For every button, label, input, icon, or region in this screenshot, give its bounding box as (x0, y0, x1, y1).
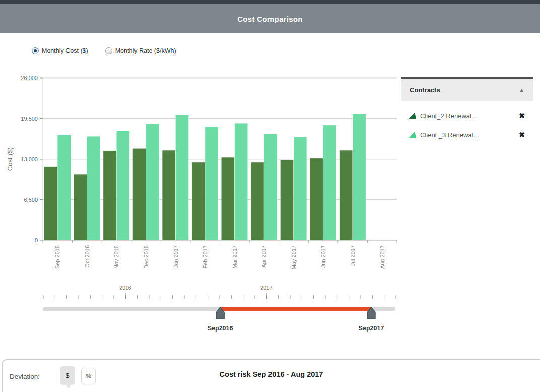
bar (162, 150, 175, 240)
bar (205, 127, 218, 240)
window-top-strip (0, 0, 540, 4)
bar (87, 136, 100, 240)
cost-bar-chart: 06,50013,00019,50026,000Sep 2016Oct 2016… (0, 70, 403, 284)
bar (251, 162, 264, 240)
bar (57, 135, 71, 240)
contract-list-item: Client _3 Renewal... ✖ (401, 131, 533, 139)
bar (310, 158, 323, 240)
bar (133, 149, 146, 240)
x-axis-label: Jun 2017 (320, 245, 326, 268)
bar (44, 167, 57, 240)
cost-risk-title: Cost risk Sep 2016 - Aug 2017 (3, 370, 540, 378)
unit-toggle-group: Monthly Cost ($) Monthly Rate ($/kWh) (32, 47, 176, 54)
y-axis-tick-label: 6,500 (24, 197, 38, 203)
bar (235, 123, 248, 240)
ruler-year-label: 2016 (119, 285, 131, 291)
slider-end-label: Sep2017 (359, 325, 384, 332)
bar (146, 124, 159, 240)
collapse-arrow-icon[interactable]: ▲ (518, 86, 525, 94)
y-axis-tick-label: 0 (35, 237, 38, 243)
bar (74, 174, 87, 240)
page-title: Cost Comparison (237, 15, 303, 23)
remove-contract-icon[interactable]: ✖ (519, 131, 525, 139)
y-axis-tick-label: 13,000 (21, 156, 38, 162)
radio-monthly-rate-label: Monthly Rate ($/kWh) (115, 47, 176, 54)
selected-unit-pointer (65, 384, 72, 388)
radio-monthly-rate[interactable]: Monthly Rate ($/kWh) (105, 47, 176, 54)
x-axis-label: Dec 2016 (143, 245, 149, 269)
bar (323, 125, 336, 240)
x-axis-label: Nov 2016 (113, 245, 119, 269)
bar (222, 157, 235, 240)
series-color-triangle-icon (409, 113, 416, 119)
x-axis-label: Jan 2017 (173, 245, 179, 268)
x-axis-label: Oct 2016 (84, 245, 90, 268)
bar (103, 151, 116, 240)
bar (281, 160, 294, 240)
y-axis-tick-label: 19,500 (21, 116, 38, 122)
radio-monthly-cost[interactable]: Monthly Cost ($) (32, 47, 88, 54)
contracts-title: Contracts (410, 86, 440, 94)
contracts-panel-header[interactable]: Contracts ▲ (401, 77, 533, 101)
bar (340, 150, 353, 240)
radio-button-icon[interactable] (32, 47, 39, 54)
contract-label: Client _3 Renewal... (420, 131, 515, 139)
slider-start-label: Sep2016 (208, 325, 233, 332)
x-axis-label: Jul 2017 (350, 245, 356, 266)
x-axis-label: Apr 2017 (261, 245, 267, 268)
x-axis-label: May 2017 (291, 245, 297, 269)
radio-monthly-cost-label: Monthly Cost ($) (42, 47, 88, 54)
series-color-triangle-icon (409, 132, 416, 138)
titlebar: Cost Comparison (0, 4, 540, 33)
cost-comparison-window: Cost Comparison Monthly Cost ($) Monthly… (0, 0, 540, 392)
remove-contract-icon[interactable]: ✖ (519, 112, 525, 120)
contracts-panel: Contracts ▲ Client_2 Renewal... ✖ Client… (401, 77, 533, 139)
x-axis-label: Sep 2016 (54, 245, 60, 269)
y-axis-tick-label: 26,000 (21, 75, 38, 81)
x-axis-label: Feb 2017 (202, 245, 208, 268)
y-axis-title: Cost ($) (6, 147, 14, 171)
bar (192, 162, 205, 240)
date-range-slider[interactable]: 20162017Sep2016Sep2017 (0, 282, 540, 337)
contract-list-item: Client_2 Renewal... ✖ (401, 112, 533, 120)
bar (176, 115, 189, 240)
bar (264, 134, 277, 240)
bar (116, 131, 129, 240)
slider-selected-range[interactable] (220, 307, 371, 311)
bar (353, 114, 366, 240)
bar (294, 137, 307, 240)
radio-button-icon[interactable] (105, 47, 112, 54)
x-axis-label: Mar 2017 (232, 245, 238, 268)
deviation-footer-bar: Deviation: $ % Cost risk Sep 2016 - Aug … (2, 359, 540, 392)
x-axis-label: Aug 2017 (379, 245, 385, 269)
ruler-year-label: 2017 (260, 285, 273, 291)
contract-label: Client_2 Renewal... (420, 112, 515, 120)
